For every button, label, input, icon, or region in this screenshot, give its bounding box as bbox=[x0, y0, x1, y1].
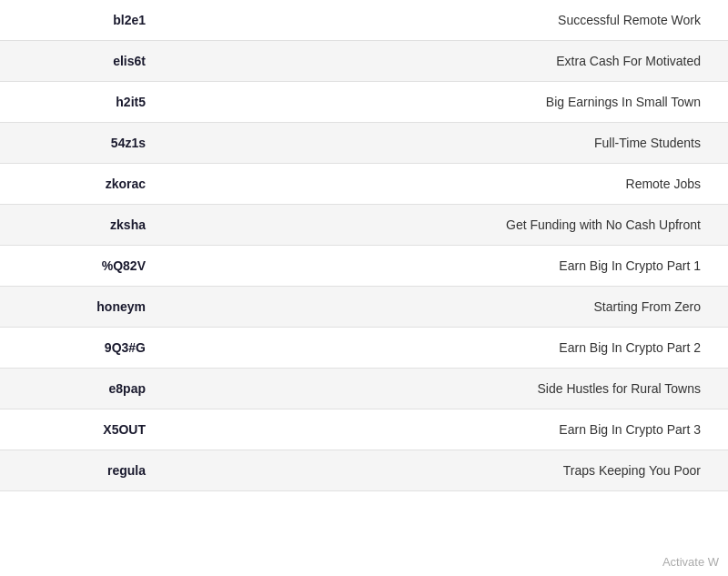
code-cell: 9Q3#G bbox=[0, 328, 182, 369]
code-cell: e8pap bbox=[0, 369, 182, 409]
title-cell: Extra Cash For Motivated bbox=[182, 41, 728, 82]
table-row: zkoracRemote Jobs bbox=[0, 164, 728, 205]
code-cell: %Q82V bbox=[0, 246, 182, 287]
code-cell: regula bbox=[0, 450, 182, 491]
code-cell: zkorac bbox=[0, 164, 182, 205]
title-cell: Remote Jobs bbox=[182, 164, 728, 205]
table-row: h2it5Big Earnings In Small Town bbox=[0, 82, 728, 123]
title-cell: Successful Remote Work bbox=[182, 0, 728, 41]
code-cell: zksha bbox=[0, 205, 182, 246]
code-cell: 54z1s bbox=[0, 123, 182, 164]
data-table: bl2e1Successful Remote Workelis6tExtra C… bbox=[0, 0, 728, 491]
table-row: elis6tExtra Cash For Motivated bbox=[0, 41, 728, 82]
title-cell: Earn Big In Crypto Part 3 bbox=[182, 409, 728, 450]
title-cell: Get Funding with No Cash Upfront bbox=[182, 205, 728, 246]
title-cell: Full-Time Students bbox=[182, 123, 728, 164]
title-cell: Starting From Zero bbox=[182, 287, 728, 328]
title-cell: Traps Keeping You Poor bbox=[182, 450, 728, 491]
title-cell: Big Earnings In Small Town bbox=[182, 82, 728, 123]
table-row: regulaTraps Keeping You Poor bbox=[0, 450, 728, 491]
table-row: honeymStarting From Zero bbox=[0, 287, 728, 328]
title-cell: Earn Big In Crypto Part 1 bbox=[182, 246, 728, 287]
table-row: bl2e1Successful Remote Work bbox=[0, 0, 728, 41]
table-row: 9Q3#GEarn Big In Crypto Part 2 bbox=[0, 328, 728, 369]
title-cell: Side Hustles for Rural Towns bbox=[182, 369, 728, 409]
table-row: e8papSide Hustles for Rural Towns bbox=[0, 369, 728, 409]
code-cell: bl2e1 bbox=[0, 0, 182, 41]
table-row: zkshaGet Funding with No Cash Upfront bbox=[0, 205, 728, 246]
code-cell: elis6t bbox=[0, 41, 182, 82]
table-row: X5OUTEarn Big In Crypto Part 3 bbox=[0, 409, 728, 450]
watermark-text: Activate W bbox=[662, 555, 719, 569]
table-row: 54z1sFull-Time Students bbox=[0, 123, 728, 164]
code-cell: X5OUT bbox=[0, 409, 182, 450]
code-cell: h2it5 bbox=[0, 82, 182, 123]
table-row: %Q82VEarn Big In Crypto Part 1 bbox=[0, 246, 728, 287]
title-cell: Earn Big In Crypto Part 2 bbox=[182, 328, 728, 369]
code-cell: honeym bbox=[0, 287, 182, 328]
